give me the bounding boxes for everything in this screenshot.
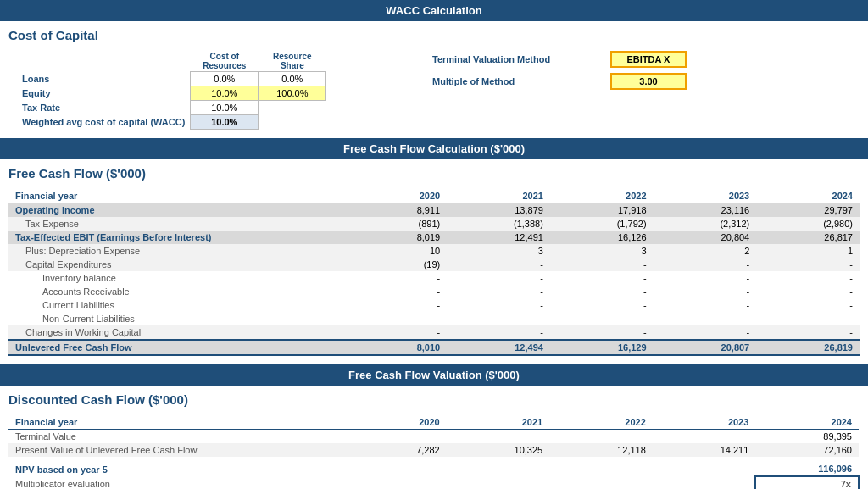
- terminal-row-2: Multiple of Method 3.00: [432, 73, 687, 90]
- fcf-row-accounts-receivable: Accounts Receivable - - - - -: [8, 285, 860, 298]
- fcf-row-noncurrent-liabilities: Non-Current Liabilities - - - - -: [8, 312, 860, 325]
- fcf-row-current-liabilities: Current Liabilities - - - - -: [8, 298, 860, 312]
- dcf-row-npv: NPV based on year 5 116,096: [8, 462, 859, 476]
- terminal-row-1: Terminal Valuation Method EBITDA X: [432, 51, 687, 68]
- dcf-row-pv-fcf: Present Value of Unlevered Free Cash Flo…: [8, 443, 859, 457]
- dcf-table: Financial year 2020 2021 2022 2023 2024 …: [8, 415, 860, 489]
- terminal-value-2[interactable]: 3.00: [610, 73, 687, 90]
- fcf-row-working-capital: Changes in Working Capital - - - - -: [8, 325, 860, 340]
- col-cost-resources: Cost of Resources: [191, 51, 259, 72]
- wacc-header: WACC Calculation: [0, 0, 868, 21]
- wacc-row-wacc: Weighted avg cost of capital (WACC) 10.0…: [17, 115, 326, 130]
- wacc-grid: Cost of Resources Resource Share Loans 0…: [8, 51, 860, 130]
- wacc-row-equity: Equity 10.0% 100.0%: [17, 86, 326, 101]
- col-resource-share: Resource Share: [259, 51, 326, 72]
- fcf-row-inventory: Inventory balance - - - - -: [8, 271, 860, 285]
- wacc-left: Cost of Resources Resource Share Loans 0…: [8, 51, 364, 130]
- dcf-row-multiplicator: Multiplicator evaluation 7x: [8, 476, 859, 489]
- fcf-row-operating-income: Operating Income 8,911 13,879 17,918 23,…: [8, 203, 860, 218]
- wacc-row-loans: Loans 0.0% 0.0%: [17, 72, 326, 86]
- wacc-row-taxrate: Tax Rate 10.0%: [17, 101, 326, 115]
- cost-of-capital-title: Cost of Capital: [0, 21, 868, 46]
- dcf-row-terminal-value: Terminal Value 89,395: [8, 430, 859, 444]
- fcf-table: Financial year 2020 2021 2022 2023 2024 …: [8, 189, 860, 356]
- terminal-value-1[interactable]: EBITDA X: [610, 51, 687, 68]
- fcf-row-capex: Capital Expenditures (19) - - - -: [8, 258, 860, 271]
- fcf-header: Free Cash Flow Calculation ($'000): [0, 138, 868, 159]
- fcf-section: Financial year 2020 2021 2022 2023 2024 …: [0, 184, 868, 364]
- terminal-section: Terminal Valuation Method EBITDA X Multi…: [432, 51, 687, 90]
- fcf-row-tax-expense: Tax Expense (891) (1,388) (1,792) (2,312…: [8, 217, 860, 231]
- wacc-section: Cost of Resources Resource Share Loans 0…: [0, 46, 868, 138]
- terminal-label-1: Terminal Valuation Method: [432, 54, 602, 64]
- fcf-row-unlevered-fcf: Unlevered Free Cash Flow 8,010 12,494 16…: [8, 340, 860, 355]
- val-header: Free Cash Flow Valuation ($'000): [0, 364, 868, 386]
- fcf-title: Free Cash Flow ($'000): [0, 159, 868, 184]
- wacc-table: Cost of Resources Resource Share Loans 0…: [17, 51, 326, 130]
- fcf-row-tax-effected-ebit: Tax-Effected EBIT (Earnings Before Inter…: [8, 231, 860, 244]
- dcf-section: Financial year 2020 2021 2022 2023 2024 …: [0, 410, 868, 489]
- dcf-title: Discounted Cash Flow ($'000): [0, 386, 868, 410]
- terminal-label-2: Multiple of Method: [432, 76, 602, 86]
- fcf-row-depreciation: Plus: Depreciation Expense 10 3 3 2 1: [8, 244, 860, 258]
- dcf-header-row: Financial year 2020 2021 2022 2023 2024: [8, 415, 859, 430]
- fcf-header-row: Financial year 2020 2021 2022 2023 2024: [8, 189, 860, 203]
